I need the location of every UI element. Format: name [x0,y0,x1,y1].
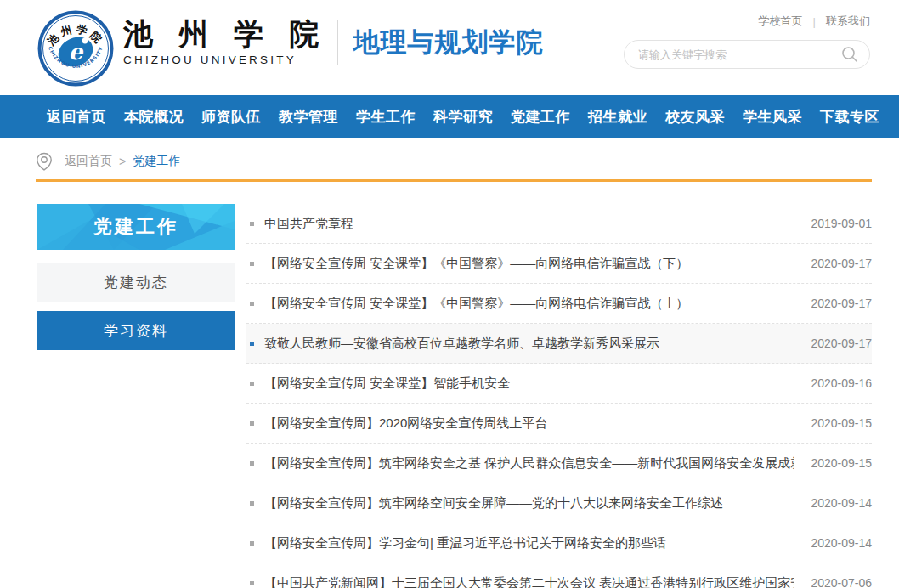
nav-item-party[interactable]: 党建工作 [511,107,570,127]
main-nav: 返回首页 本院概况 师资队伍 教学管理 学生工作 科学研究 党建工作 招生就业 … [0,95,899,138]
article-title[interactable]: 【网络安全宣传周 安全课堂】《中国警察》——向网络电信诈骗宣战（上） [264,296,794,312]
nav-item-teaching[interactable]: 教学管理 [279,107,338,127]
article-row[interactable]: 【网络安全宣传周 安全课堂】《中国警察》——向网络电信诈骗宣战（下） 2020-… [246,244,872,284]
sidebar-title-label: 党建工作 [93,214,178,240]
bullet-icon [250,421,254,426]
sidebar-item-study-materials[interactable]: 学习资料 [37,311,235,350]
article-row[interactable]: 中国共产党章程 2019-09-01 [246,204,872,244]
breadcrumb: 返回首页 > 党建工作 [36,152,872,171]
breadcrumb-home[interactable]: 返回首页 [65,154,112,169]
accent-divider [36,179,872,182]
search-icon[interactable] [840,45,859,64]
article-title[interactable]: 【网络安全宣传周】学习金句| 重温习近平总书记关于网络安全的那些话 [264,535,794,551]
brand-divider [337,20,338,65]
article-list: 中国共产党章程 2019-09-01 【网络安全宣传周 安全课堂】《中国警察》—… [246,204,872,588]
sidebar-item-party-news[interactable]: 党建动态 [37,263,235,302]
article-title[interactable]: 【中国共产党新闻网】十三届全国人大常委会第二十次会议 表决通过香港特别行政区维护… [264,575,794,588]
article-title[interactable]: 【网络安全宣传周 安全课堂】智能手机安全 [264,376,794,392]
sidebar: 党建工作 党建动态 学习资料 [37,204,235,588]
bullet-icon [250,262,254,266]
article-date: 2020-09-17 [811,257,872,270]
nav-item-alumni[interactable]: 校友风采 [665,107,725,127]
nav-item-students[interactable]: 学生工作 [356,107,416,127]
nav-item-overview[interactable]: 本院概况 [124,107,184,127]
bullet-icon [250,581,254,585]
article-title[interactable]: 【网络安全宣传周】筑牢网络安全之基 保护人民群众信息安全——新时代我国网络安全发… [264,455,794,472]
article-row[interactable]: 【中国共产党新闻网】十三届全国人大常委会第二十次会议 表决通过香港特别行政区维护… [246,563,872,588]
brand-block: 池 州 学 院 CHIZHOU UNIVERSITY 地理与规划学院 [123,19,544,66]
article-row[interactable]: 【网络安全宣传周】2020网络安全宣传周线上平台 2020-09-15 [246,404,872,444]
breadcrumb-trail: 返回首页 > 党建工作 [65,154,180,169]
top-links: 学校首页 | 联系我们 [759,14,870,29]
bullet-icon [250,461,254,466]
nav-item-student-style[interactable]: 学生风采 [743,107,802,127]
bullet-icon [250,342,254,346]
article-date: 2019-09-01 [811,217,872,230]
nav-item-admissions[interactable]: 招生就业 [588,107,647,127]
article-date: 2020-09-15 [811,416,872,430]
article-title[interactable]: 【网络安全宣传周 安全课堂】《中国警察》——向网络电信诈骗宣战（下） [264,256,794,272]
nav-item-home[interactable]: 返回首页 [47,107,106,127]
article-date: 2020-09-16 [811,376,872,390]
university-name: 池 州 学 院 CHIZHOU UNIVERSITY [123,19,327,66]
article-date: 2020-09-15 [811,456,872,470]
article-title[interactable]: 致敬人民教师—安徽省高校百位卓越教学名师、卓越教学新秀风采展示 [264,336,794,352]
top-links-separator: | [813,15,816,28]
nav-item-research[interactable]: 科学研究 [433,107,493,127]
article-title[interactable]: 【网络安全宣传周】2020网络安全宣传周线上平台 [264,416,794,432]
nav-item-faculty[interactable]: 师资队伍 [201,107,261,127]
sidebar-title-party-work[interactable]: 党建工作 [37,204,235,250]
search-box[interactable] [624,40,870,69]
bullet-icon [250,222,254,226]
bullet-icon [250,382,254,386]
breadcrumb-separator: > [119,155,126,168]
content-area: 党建工作 党建动态 学习资料 中国共产党章程 2019-09-01 【网络安全宣… [37,204,872,588]
article-date: 2020-07-06 [811,576,872,588]
search-input[interactable] [638,48,840,61]
article-row[interactable]: 【网络安全宣传周 安全课堂】《中国警察》——向网络电信诈骗宣战（上） 2020-… [246,284,872,324]
bullet-icon [250,541,254,546]
nav-item-downloads[interactable]: 下载专区 [820,107,879,127]
article-row[interactable]: 【网络安全宣传周】筑牢网络空间安全屏障——党的十八大以来网络安全工作综述 202… [246,483,872,523]
university-logo[interactable]: e 池州学院 CHIZHOU UNIVERSITY [37,10,114,87]
college-name: 地理与规划学院 [353,25,544,60]
breadcrumb-current[interactable]: 党建工作 [133,154,180,169]
article-row[interactable]: 【网络安全宣传周】学习金句| 重温习近平总书记关于网络安全的那些话 2020-0… [246,523,872,563]
location-pin-icon [36,152,53,171]
article-row[interactable]: 【网络安全宣传周】筑牢网络安全之基 保护人民群众信息安全——新时代我国网络安全发… [246,444,872,483]
svg-text:e: e [69,39,84,65]
school-home-link[interactable]: 学校首页 [759,14,803,29]
article-row[interactable]: 【网络安全宣传周 安全课堂】智能手机安全 2020-09-16 [246,364,872,404]
contact-us-link[interactable]: 联系我们 [826,14,870,29]
university-name-en: CHIZHOU UNIVERSITY [123,54,327,66]
university-seal-icon: e 池州学院 CHIZHOU UNIVERSITY [37,10,114,87]
article-date: 2020-09-14 [811,496,872,510]
article-title[interactable]: 中国共产党章程 [264,216,794,232]
article-row-highlighted[interactable]: 致敬人民教师—安徽省高校百位卓越教学名师、卓越教学新秀风采展示 2020-09-… [246,324,872,364]
page-header: e 池州学院 CHIZHOU UNIVERSITY 池 州 学 院 CHIZHO… [0,0,899,95]
university-name-cn: 池 州 学 院 [123,19,327,48]
article-date: 2020-09-17 [811,297,872,310]
article-date: 2020-09-17 [811,336,872,350]
bullet-icon [250,302,254,306]
article-date: 2020-09-14 [811,536,872,550]
bullet-icon [250,501,254,506]
article-title[interactable]: 【网络安全宣传周】筑牢网络空间安全屏障——党的十八大以来网络安全工作综述 [264,495,794,512]
